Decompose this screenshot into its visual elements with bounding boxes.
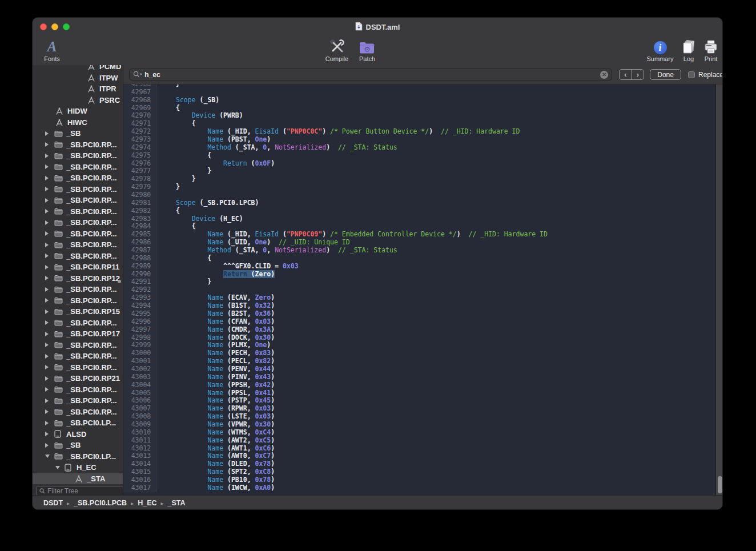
fonts-button[interactable]: A Fonts xyxy=(39,38,65,62)
code-line[interactable]: 42967 xyxy=(123,89,715,96)
code-line[interactable]: 43005 Name (PPSL, 0x41) xyxy=(123,389,715,397)
code-line[interactable]: 42974 Method (_STA, 0, NotSerialized) //… xyxy=(123,144,715,152)
code-line[interactable]: 43011 Name (AWT2, 0xC5) xyxy=(123,437,715,445)
tree-item-_sb-pci0-rp11[interactable]: _SB.PCI0.RP11 xyxy=(33,262,123,273)
breadcrumb-item[interactable]: _STA xyxy=(168,499,186,507)
code-line[interactable]: 42975 { xyxy=(123,152,715,160)
code-line[interactable]: 42997 Name (CMDR, 0x3A) xyxy=(123,326,715,334)
code-line[interactable]: 42994 Name (B1ST, 0x32) xyxy=(123,302,715,310)
tree-item-_sb-pci0-rp-[interactable]: _SB.PCI0.RP... xyxy=(33,217,123,228)
code-line[interactable]: 43001 Name (PECL, 0x82) xyxy=(123,357,715,365)
disclosure-right-icon[interactable] xyxy=(45,409,49,414)
code-line[interactable]: 42998 Name (DOCK, 0x30) xyxy=(123,334,715,342)
code-line[interactable]: 42984 { xyxy=(123,223,715,231)
code-line[interactable]: 42992 xyxy=(123,286,715,294)
disclosure-right-icon[interactable] xyxy=(45,220,49,225)
tree-item-alsd[interactable]: ALSD xyxy=(33,429,123,440)
code-scrollbar-track[interactable] xyxy=(715,85,723,496)
code-line[interactable]: 42977 } xyxy=(123,167,715,175)
disclosure-right-icon[interactable] xyxy=(45,243,49,247)
tree-item-_sb-pci0-rp-[interactable]: _SB.PCI0.RP... xyxy=(33,295,123,307)
summary-button[interactable]: i Summary xyxy=(642,38,678,62)
find-input[interactable]: h_ec ✕ xyxy=(129,69,612,81)
code-line[interactable]: 42968 Scope (_SB) xyxy=(123,96,715,104)
disclosure-right-icon[interactable] xyxy=(45,320,49,325)
tree-item-_sta[interactable]: _STA xyxy=(33,473,123,485)
tree-item-_sb-pci0-lp-[interactable]: _SB.PCI0.LP... xyxy=(33,417,123,429)
code-line[interactable]: 43000 Name (PECH, 0x83) xyxy=(123,349,715,357)
code-line[interactable]: 42970 Device (PWRB) xyxy=(123,112,715,120)
tree-item-_sb[interactable]: _SB xyxy=(33,440,123,451)
tree-item-_sb-pci0-rp-[interactable]: _SB.PCI0.RP... xyxy=(33,228,123,240)
disclosure-right-icon[interactable] xyxy=(45,265,49,270)
code-line[interactable]: 42993 Name (ECAV, Zero) xyxy=(123,294,715,302)
code-line[interactable]: 42987 Method (_STA, 0, NotSerialized) //… xyxy=(123,247,715,255)
tree-item-_sb-pci0-rp-[interactable]: _SB.PCI0.RP... xyxy=(33,150,123,162)
replace-checkbox[interactable] xyxy=(688,71,695,78)
clear-search-icon[interactable]: ✕ xyxy=(600,71,608,79)
code-line[interactable]: 42988 { xyxy=(123,255,715,263)
tree-item-_sb[interactable]: _SB xyxy=(33,128,123,139)
patch-button[interactable]: ⚙ Patch xyxy=(354,38,380,62)
tree-item-pcmd[interactable]: PCMD xyxy=(33,65,123,73)
tree-item-_sb-pci0-rp-[interactable]: _SB.PCI0.RP... xyxy=(33,184,123,195)
tree-item-_sb-pci0-rp-[interactable]: _SB.PCI0.RP... xyxy=(33,395,123,407)
code-line[interactable]: 43004 Name (PPSH, 0x42) xyxy=(123,381,715,389)
search-scope-icon[interactable] xyxy=(133,70,143,80)
tree-item-_sb-pci0-rp-[interactable]: _SB.PCI0.RP... xyxy=(33,362,123,373)
tree-item-_sb-pci0-rp-[interactable]: _SB.PCI0.RP... xyxy=(33,239,123,251)
disclosure-right-icon[interactable] xyxy=(45,209,49,214)
disclosure-right-icon[interactable] xyxy=(45,421,49,425)
disclosure-right-icon[interactable] xyxy=(45,332,49,336)
disclosure-right-icon[interactable] xyxy=(45,365,49,369)
code-line[interactable]: 42991 } xyxy=(123,278,715,286)
code-line[interactable]: 42980 xyxy=(123,191,715,199)
find-next-button[interactable]: › xyxy=(632,70,644,79)
disclosure-right-icon[interactable] xyxy=(45,432,49,436)
disclosure-right-icon[interactable] xyxy=(45,443,49,448)
disclosure-right-icon[interactable] xyxy=(45,399,49,403)
tree-item-_sb-pci0-rp21[interactable]: _SB.PCI0.RP21 xyxy=(33,373,123,384)
tree-item-h_ec[interactable]: H_EC xyxy=(33,462,123,473)
code-line[interactable]: 43006 Name (PSTP, 0x45) xyxy=(123,397,715,405)
log-button[interactable]: Log xyxy=(677,38,700,62)
code-line[interactable]: 42966 } xyxy=(123,85,715,89)
tree-item-hiwc[interactable]: HIWC xyxy=(33,117,123,128)
disclosure-right-icon[interactable] xyxy=(45,254,49,258)
disclosure-right-icon[interactable] xyxy=(45,176,49,180)
tree-item-_sb-pci0-rp-[interactable]: _SB.PCI0.RP... xyxy=(33,284,123,295)
disclosure-right-icon[interactable] xyxy=(45,154,49,158)
code-viewport[interactable]: 42966 }4296742968 Scope (_SB)42969 {4297… xyxy=(123,85,715,496)
code-line[interactable]: 42996 Name (CFAN, 0x03) xyxy=(123,318,715,326)
tree-item-_sb-pci0-rp-[interactable]: _SB.PCI0.RP... xyxy=(33,384,123,396)
code-line[interactable]: 42986 Name (_UID, One) // _UID: Unique I… xyxy=(123,239,715,247)
tree-item-_sb-pci0-rp-[interactable]: _SB.PCI0.RP... xyxy=(33,351,123,362)
code-line[interactable]: 43008 Name (LSTE, 0x03) xyxy=(123,413,715,421)
tree-item-_sb-pci0-lp-[interactable]: _SB.PCI0.LP... xyxy=(33,451,123,462)
tree-item-_sb-pci0-rp-[interactable]: _SB.PCI0.RP... xyxy=(33,139,123,151)
code-line[interactable]: 43003 Name (PINV, 0x43) xyxy=(123,373,715,381)
code-line[interactable]: 42969 { xyxy=(123,104,715,112)
breadcrumb-item[interactable]: _SB.PCI0.LPCB xyxy=(74,499,127,507)
tree-item-_sb-pci0-rp15[interactable]: _SB.PCI0.RP15 xyxy=(33,306,123,317)
code-line[interactable]: 43002 Name (PENV, 0x44) xyxy=(123,365,715,373)
disclosure-right-icon[interactable] xyxy=(45,343,49,347)
code-line[interactable]: 43012 Name (AWT1, 0xC6) xyxy=(123,445,715,453)
tree-item-_sb-pci0-rp-[interactable]: _SB.PCI0.RP... xyxy=(33,251,123,262)
tree-item-_sb-pci0-rp-[interactable]: _SB.PCI0.RP... xyxy=(33,317,123,329)
tree-item-_sb-pci0-rp17[interactable]: _SB.PCI0.RP17 xyxy=(33,328,123,340)
code-line[interactable]: 43010 Name (WTMS, 0xC4) xyxy=(123,429,715,437)
code-scrollbar-thumb[interactable] xyxy=(718,476,722,493)
breadcrumb-item[interactable]: H_EC xyxy=(138,499,156,507)
code-line[interactable]: 43017 Name (IWCW, 0xA0) xyxy=(123,484,715,492)
disclosure-right-icon[interactable] xyxy=(45,309,49,314)
code-line[interactable]: 43009 Name (VPWR, 0x30) xyxy=(123,421,715,429)
disclosure-right-icon[interactable] xyxy=(45,187,49,191)
code-line[interactable]: 43007 Name (RPWR, 0x03) xyxy=(123,405,715,413)
code-line[interactable]: 42983 Device (H_EC) xyxy=(123,215,715,223)
disclosure-right-icon[interactable] xyxy=(45,131,49,136)
disclosure-right-icon[interactable] xyxy=(45,231,49,236)
code-line[interactable]: 42999 Name (PLMX, One) xyxy=(123,341,715,349)
tree-item-_sb-pci0-rp-[interactable]: _SB.PCI0.RP... xyxy=(33,340,123,351)
code-line[interactable]: 42979 } xyxy=(123,183,715,191)
